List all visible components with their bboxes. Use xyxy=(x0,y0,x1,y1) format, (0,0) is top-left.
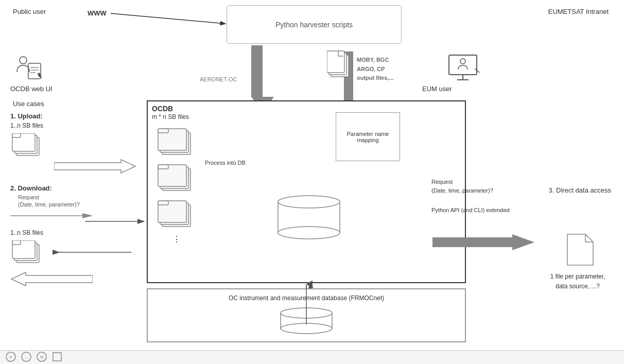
svg-marker-65 xyxy=(82,213,93,218)
svg-rect-8 xyxy=(251,45,263,97)
svg-point-56 xyxy=(278,196,340,208)
folder-stack-1 xyxy=(157,128,198,160)
toolbar-icon-4[interactable] xyxy=(51,351,63,364)
python-api-text: Python API (and CLI) extended xyxy=(431,206,510,215)
eum-user-icon xyxy=(448,54,481,85)
toolbar-icon-1[interactable]: + xyxy=(5,351,16,364)
file-per-param-label: 1 file per parameter, data source, ...? xyxy=(544,272,611,291)
public-user-icon xyxy=(13,54,44,84)
files-icon-area xyxy=(327,49,355,84)
www-label: WWW xyxy=(88,9,107,17)
param-mapping-box: Parameter name mapping xyxy=(336,112,400,161)
svg-line-7 xyxy=(111,13,226,24)
svg-rect-69 xyxy=(12,240,21,245)
svg-marker-70 xyxy=(11,272,93,286)
process-db-label: Process into DB xyxy=(205,160,246,166)
svg-rect-84 xyxy=(53,353,61,361)
ocdb-title: OCDB xyxy=(152,105,173,113)
use-cases-label: Use cases xyxy=(13,100,44,108)
output-files-label: output files,... xyxy=(357,74,394,83)
svg-marker-63 xyxy=(54,160,135,173)
output-file-icon xyxy=(565,232,596,269)
upload-label: 1. Upload: xyxy=(10,112,49,120)
mn-sb-files: m * n SB files xyxy=(152,113,189,120)
toolbar-icon-2[interactable]: - xyxy=(21,351,32,364)
download-label: 2. Download: xyxy=(10,184,93,192)
public-user-label: Public user xyxy=(13,8,46,15)
svg-text:+: + xyxy=(9,354,12,360)
download-files-label: 1..n SB files xyxy=(10,229,93,236)
svg-text:⟲: ⟲ xyxy=(40,355,44,360)
diagram-container: Public user OCDB web UI WWW Python harve… xyxy=(0,0,624,350)
upload-arrow xyxy=(54,159,136,176)
eum-user-label: EUM user xyxy=(422,85,452,93)
svg-text:-: - xyxy=(25,354,27,360)
ellipsis: ⋮ xyxy=(172,234,182,244)
request-label-right: Request (Date, time, parameter)? xyxy=(431,178,493,195)
download-section: 2. Download: Request (Date, time, parame… xyxy=(10,184,93,287)
param-mapping-label: Parameter name mapping xyxy=(336,131,400,143)
upload-section: 1. Upload: 1..n SB files xyxy=(10,112,49,162)
moby-label: MOBY, BGC xyxy=(357,56,394,65)
eumetsat-label: EUMETSAT Intranet xyxy=(548,8,609,15)
python-api-label: Python API (and CLI) extended xyxy=(431,206,510,215)
svg-rect-54 xyxy=(158,201,168,205)
folder-stack-2 xyxy=(157,164,198,196)
request-text: Request xyxy=(431,178,493,186)
python-scripts-box: Python harvester scripts xyxy=(227,5,402,44)
svg-rect-37 xyxy=(327,51,344,73)
argo-label: ARGO, CP xyxy=(357,65,394,74)
oc-db-label: OC instrument and measurement database (… xyxy=(229,294,384,302)
db-cylinder xyxy=(273,192,345,242)
oc-db-box: OC instrument and measurement database (… xyxy=(147,288,466,342)
svg-rect-62 xyxy=(12,133,21,137)
large-right-arrow xyxy=(432,233,535,253)
request-sub: (Date, time, parameter)? xyxy=(431,186,493,195)
direct-access-label: 3. Direct data access xyxy=(549,185,611,196)
aeronet-label: AERONET-OC xyxy=(200,76,237,82)
ocdb-webui-label: OCDB web UI xyxy=(10,85,53,93)
svg-point-28 xyxy=(20,57,27,64)
svg-rect-38 xyxy=(449,55,477,75)
upload-files-label: 1..n SB files xyxy=(10,122,49,129)
moby-labels: MOBY, BGC ARGO, CP output files,... xyxy=(357,56,394,83)
svg-marker-77 xyxy=(432,234,534,250)
svg-point-41 xyxy=(460,59,465,64)
svg-rect-46 xyxy=(158,129,168,133)
download-request-sub-label: (Date, time, parameter)? xyxy=(18,201,93,207)
folder-stack-3 xyxy=(157,200,198,232)
download-request-label: Request xyxy=(18,194,93,200)
svg-point-57 xyxy=(278,227,340,239)
svg-rect-50 xyxy=(158,165,168,169)
svg-point-73 xyxy=(281,323,332,334)
svg-marker-58 xyxy=(567,234,593,265)
bottom-toolbar: + - ⟲ xyxy=(0,350,624,364)
svg-marker-34 xyxy=(38,73,42,78)
python-scripts-label: Python harvester scripts xyxy=(275,21,353,29)
toolbar-icon-3[interactable]: ⟲ xyxy=(36,351,47,364)
svg-point-72 xyxy=(281,308,332,318)
